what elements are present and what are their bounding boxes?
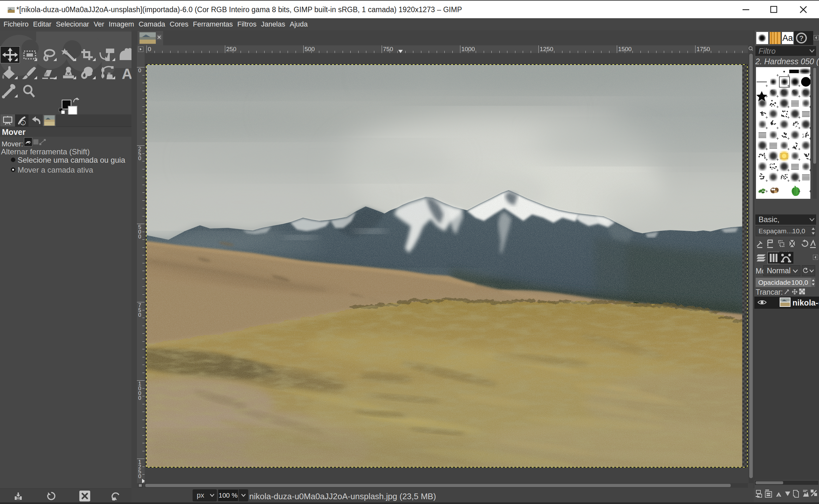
svg-text:A: A: [121, 66, 132, 81]
svg-text:i: i: [22, 121, 23, 125]
svg-text:?: ?: [799, 34, 803, 42]
